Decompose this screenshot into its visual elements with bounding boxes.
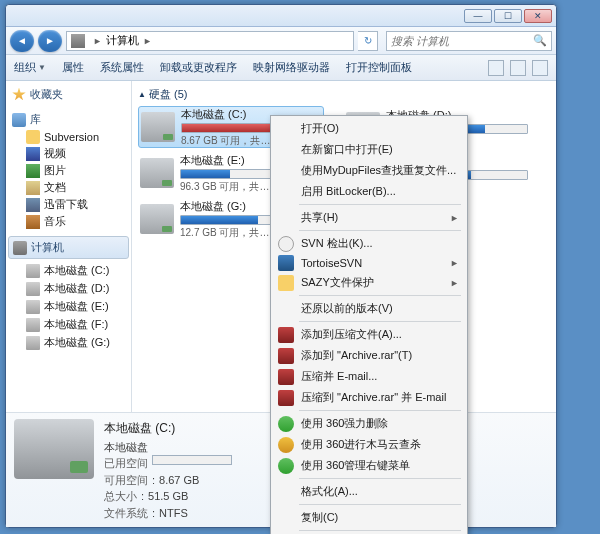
menu-item-label: 启用 BitLocker(B)...	[301, 184, 396, 199]
menu-item-label: 压缩并 E-mail...	[301, 369, 377, 384]
usage-bar	[152, 455, 232, 465]
free-space-value: 8.67 GB	[159, 472, 199, 489]
computer-icon	[71, 34, 85, 48]
context-menu: 打开(O)在新窗口中打开(E)使用MyDupFiles查找重复文件...启用 B…	[270, 115, 468, 534]
sidebar-item[interactable]: 音乐	[8, 213, 129, 230]
menu-item[interactable]: 添加到压缩文件(A)...	[273, 324, 465, 345]
submenu-arrow-icon: ►	[450, 213, 459, 223]
computer-header[interactable]: 计算机	[8, 236, 129, 259]
menu-item-label: TortoiseSVN	[301, 257, 362, 269]
menu-separator	[299, 504, 461, 505]
item-icon	[26, 130, 40, 144]
map-drive-button[interactable]: 映射网络驱动器	[253, 60, 330, 75]
address-text: 计算机	[106, 33, 139, 48]
menu-item[interactable]: 使用 360进行木马云查杀	[273, 434, 465, 455]
menu-item-icon	[278, 437, 294, 453]
uninstall-button[interactable]: 卸载或更改程序	[160, 60, 237, 75]
preview-pane-button[interactable]	[510, 60, 526, 76]
drive-icon	[26, 282, 40, 296]
sidebar-item[interactable]: 迅雷下载	[8, 196, 129, 213]
search-input[interactable]	[391, 35, 533, 47]
drive-icon	[14, 419, 94, 479]
menu-item-icon	[278, 348, 294, 364]
refresh-button[interactable]: ↻	[358, 31, 378, 51]
menu-separator	[299, 204, 461, 205]
libraries-header[interactable]: 库	[8, 110, 129, 129]
collapse-icon: ▲	[138, 90, 146, 99]
menu-item[interactable]: 使用 360强力删除	[273, 413, 465, 434]
menu-item-label: 使用 360管理右键菜单	[301, 458, 410, 473]
menu-item-icon	[278, 369, 294, 385]
control-panel-button[interactable]: 打开控制面板	[346, 60, 412, 75]
menu-item[interactable]: 添加到 "Archive.rar"(T)	[273, 345, 465, 366]
command-bar: 组织▼ 属性 系统属性 卸载或更改程序 映射网络驱动器 打开控制面板	[6, 55, 556, 81]
help-button[interactable]	[532, 60, 548, 76]
used-space-label: 已用空间	[104, 455, 148, 472]
minimize-button[interactable]: —	[464, 9, 492, 23]
menu-item-label: 格式化(A)...	[301, 484, 358, 499]
sidebar-drive-item[interactable]: 本地磁盘 (C:)	[8, 261, 129, 279]
back-button[interactable]: ◄	[10, 30, 34, 52]
menu-item[interactable]: SVN 检出(K)...	[273, 233, 465, 254]
submenu-arrow-icon: ►	[450, 278, 459, 288]
menu-item-label: SAZY文件保护	[301, 275, 374, 290]
item-icon	[26, 164, 40, 178]
menu-separator	[299, 410, 461, 411]
menu-item[interactable]: 在新窗口中打开(E)	[273, 139, 465, 160]
sidebar-drive-item[interactable]: 本地磁盘 (G:)	[8, 333, 129, 351]
navigation-pane: 收藏夹 库 Subversion视频图片文档迅雷下载音乐 计算机 本地磁盘 (C…	[6, 81, 132, 412]
sidebar-item[interactable]: 视频	[8, 145, 129, 162]
menu-item-label: 打开(O)	[301, 121, 339, 136]
view-options-button[interactable]	[488, 60, 504, 76]
menu-item[interactable]: 共享(H)►	[273, 207, 465, 228]
item-label: 视频	[44, 146, 66, 161]
sidebar-drive-item[interactable]: 本地磁盘 (D:)	[8, 279, 129, 297]
total-size-label: 总大小	[104, 488, 137, 505]
menu-item-label: 使用MyDupFiles查找重复文件...	[301, 163, 456, 178]
menu-separator	[299, 230, 461, 231]
item-label: 图片	[44, 163, 66, 178]
menu-item-label: 共享(H)	[301, 210, 338, 225]
menu-item-label: 复制(C)	[301, 510, 338, 525]
menu-item[interactable]: 使用 360管理右键菜单	[273, 455, 465, 476]
menu-item[interactable]: 打开(O)	[273, 118, 465, 139]
sidebar-item[interactable]: 图片	[8, 162, 129, 179]
sidebar-drive-item[interactable]: 本地磁盘 (F:)	[8, 315, 129, 333]
submenu-arrow-icon: ►	[450, 258, 459, 268]
item-label: 本地磁盘 (F:)	[44, 317, 108, 332]
section-header[interactable]: ▲ 硬盘 (5)	[138, 85, 550, 104]
drive-icon	[140, 158, 174, 188]
menu-item[interactable]: 还原以前的版本(V)	[273, 298, 465, 319]
sidebar-item[interactable]: 文档	[8, 179, 129, 196]
menu-item[interactable]: 格式化(A)...	[273, 481, 465, 502]
chevron-right-icon: ►	[93, 36, 102, 46]
menu-item[interactable]: 压缩到 "Archive.rar" 并 E-mail	[273, 387, 465, 408]
menu-item-label: 使用 360进行木马云查杀	[301, 437, 421, 452]
menu-item[interactable]: SAZY文件保护►	[273, 272, 465, 293]
organize-menu[interactable]: 组织▼	[14, 60, 46, 75]
menu-item[interactable]: 启用 BitLocker(B)...	[273, 181, 465, 202]
menu-item-icon	[278, 255, 294, 271]
forward-button[interactable]: ►	[38, 30, 62, 52]
properties-button[interactable]: 属性	[62, 60, 84, 75]
computer-icon	[13, 241, 27, 255]
details-type: 本地磁盘	[104, 439, 232, 456]
system-properties-button[interactable]: 系统属性	[100, 60, 144, 75]
menu-item[interactable]: TortoiseSVN►	[273, 254, 465, 272]
sidebar-item[interactable]: Subversion	[8, 129, 129, 145]
favorites-header[interactable]: 收藏夹	[8, 85, 129, 104]
menu-item[interactable]: 使用MyDupFiles查找重复文件...	[273, 160, 465, 181]
maximize-button[interactable]: ☐	[494, 9, 522, 23]
drive-icon	[140, 204, 174, 234]
details-title: 本地磁盘 (C:)	[104, 419, 232, 437]
menu-item[interactable]: 复制(C)	[273, 507, 465, 528]
search-box[interactable]: 🔍	[386, 31, 552, 51]
menu-item[interactable]: 压缩并 E-mail...	[273, 366, 465, 387]
drive-icon	[26, 300, 40, 314]
address-bar[interactable]: ► 计算机 ►	[66, 31, 354, 51]
menu-item-icon	[278, 458, 294, 474]
item-label: 文档	[44, 180, 66, 195]
sidebar-drive-item[interactable]: 本地磁盘 (E:)	[8, 297, 129, 315]
item-label: 音乐	[44, 214, 66, 229]
close-button[interactable]: ✕	[524, 9, 552, 23]
